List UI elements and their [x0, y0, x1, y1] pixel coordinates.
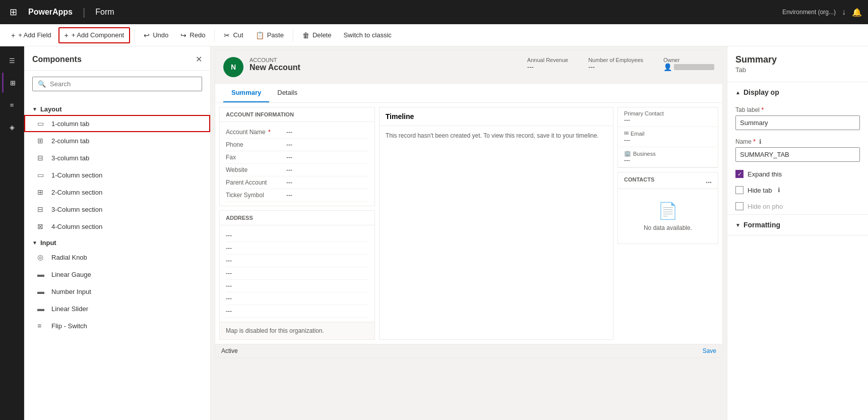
- address-field-1: ---: [226, 229, 368, 242]
- bell-icon[interactable]: 🔔: [852, 8, 862, 17]
- component-flip-switch[interactable]: ≡ Flip - Switch: [24, 317, 210, 334]
- component-number-input[interactable]: ▬ Number Input: [24, 283, 210, 300]
- tab-label-input[interactable]: [735, 115, 860, 130]
- form-header-fields: Annual Revenue --- Number of Employees -…: [527, 57, 714, 71]
- display-options-label: Display op: [743, 88, 779, 96]
- component-3col-section[interactable]: ⊟ 3-Column section: [24, 201, 210, 218]
- nav-components-icon[interactable]: ◈: [2, 117, 22, 137]
- undo-button[interactable]: ↩ Undo: [139, 28, 173, 42]
- undo-icon: ↩: [144, 31, 150, 39]
- address-field-6: ---: [226, 292, 368, 305]
- sidebar-title: Components: [32, 55, 82, 64]
- linear-gauge-icon: ▬: [37, 270, 46, 278]
- 1col-section-icon: ▭: [37, 171, 46, 179]
- search-input[interactable]: [50, 80, 197, 88]
- parent-account-field: Parent Account ---: [226, 176, 368, 189]
- number-input-icon: ▬: [37, 287, 46, 295]
- ticker-value: ---: [286, 192, 292, 199]
- component-3col-section-label: 3-Column section: [51, 206, 102, 213]
- component-linear-slider-label: Linear Slider: [51, 305, 88, 313]
- website-field: Website ---: [226, 164, 368, 176]
- formatting-header[interactable]: ▼ Formatting: [727, 215, 868, 235]
- 2col-tab-icon: ⊞: [37, 137, 46, 145]
- owner-value: 👤: [663, 63, 714, 71]
- layout-section-label: Layout: [40, 105, 62, 113]
- save-button[interactable]: Save: [703, 347, 716, 354]
- paste-button[interactable]: 📋 Paste: [251, 28, 289, 42]
- add-component-button[interactable]: + + Add Component: [58, 27, 131, 43]
- name-label: Name * ℹ: [735, 138, 860, 145]
- toolbar-sep-1: [134, 29, 135, 41]
- address-field-5: ---: [226, 280, 368, 292]
- email-icon: ✉: [624, 130, 629, 137]
- 1col-tab-icon: ▭: [37, 119, 46, 128]
- timeline-title: Timeline: [380, 107, 613, 126]
- delete-button[interactable]: 🗑 Delete: [297, 28, 337, 42]
- account-name-label: Account Name *: [226, 129, 286, 136]
- component-radial-knob[interactable]: ◎ Radial Knob: [24, 249, 210, 266]
- hide-phone-checkbox[interactable]: [735, 202, 743, 210]
- primary-contact-field: Primary Contact ---: [618, 107, 718, 127]
- address-section: ADDRESS --- --- ---: [219, 210, 375, 340]
- component-4col-section[interactable]: ⊠ 4-Column section: [24, 218, 210, 235]
- expand-row: Expand this: [727, 166, 868, 182]
- component-1col-tab[interactable]: ▭ 1-column tab: [24, 115, 210, 132]
- timeline-empty-text: This record hasn't been created yet. To …: [380, 126, 613, 145]
- left-column: ACCOUNT INFORMATION Account Name * --- P…: [219, 107, 375, 340]
- display-options-header[interactable]: ▲ Display op: [727, 82, 868, 102]
- cut-button[interactable]: ✂ Cut: [219, 28, 248, 42]
- expand-label: Expand this: [748, 170, 782, 178]
- component-3col-tab[interactable]: ⊟ 3-column tab: [24, 149, 210, 166]
- nav-apps-icon[interactable]: ⊞: [2, 73, 22, 93]
- sidebar-header: Components ✕: [24, 46, 210, 71]
- switch-classic-button[interactable]: Switch to classic: [338, 28, 396, 42]
- annual-revenue-label: Annual Revenue: [527, 57, 568, 63]
- timeline-section: Timeline This record hasn't been created…: [379, 107, 613, 340]
- toolbar-sep-3: [293, 29, 293, 41]
- topbar-right: Environment (org...) ↓ 🔔: [782, 8, 862, 17]
- layout-section-header[interactable]: ▼ Layout: [24, 101, 210, 115]
- nav-table-icon[interactable]: ≡: [2, 95, 22, 115]
- expand-checkbox[interactable]: [735, 170, 743, 178]
- component-number-input-label: Number Input: [51, 288, 91, 295]
- component-2col-tab[interactable]: ⊞ 2-column tab: [24, 132, 210, 149]
- sidebar-search-container[interactable]: 🔍: [32, 77, 202, 91]
- component-1col-section[interactable]: ▭ 1-Column section: [24, 166, 210, 184]
- nav-menu-icon[interactable]: ☰: [2, 50, 22, 71]
- parent-account-value: ---: [286, 179, 292, 186]
- contacts-more-button[interactable]: ...: [706, 176, 712, 185]
- contacts-empty-icon: 📄: [658, 201, 678, 220]
- address-field-2: ---: [226, 242, 368, 255]
- ticker-label: Ticker Symbol: [226, 192, 286, 199]
- display-options-section: ▲ Display op Tab label * Name * ℹ: [727, 82, 868, 215]
- component-linear-gauge[interactable]: ▬ Linear Gauge: [24, 266, 210, 283]
- right-panel: Summary Tab ▲ Display op Tab label * Nam…: [727, 46, 868, 420]
- input-chevron-icon: ▼: [32, 240, 37, 246]
- tab-summary[interactable]: Summary: [223, 84, 269, 102]
- email-field: ✉ Email ---: [618, 127, 718, 147]
- employees-value: ---: [588, 63, 643, 71]
- form-header-info: ACCOUNT New Account: [250, 57, 521, 72]
- contact-info-section: Primary Contact --- ✉ Email ---: [617, 107, 718, 168]
- form-tabs: Summary Details: [215, 84, 722, 103]
- input-section-header[interactable]: ▼ Input: [24, 235, 210, 249]
- redo-button[interactable]: ↪ Redo: [175, 28, 210, 42]
- primary-contact-label: Primary Contact: [624, 110, 712, 116]
- employees-label: Number of Employees: [588, 57, 643, 63]
- grid-icon[interactable]: ⊞: [6, 5, 20, 19]
- account-info-section: ACCOUNT INFORMATION Account Name * --- P…: [219, 107, 375, 206]
- component-linear-slider[interactable]: ▬ Linear Slider: [24, 300, 210, 317]
- contacts-empty-text: No data available.: [644, 224, 692, 231]
- tab-details[interactable]: Details: [269, 84, 305, 102]
- app-name: PowerApps: [28, 8, 73, 17]
- component-2col-section[interactable]: ⊞ 2-Column section: [24, 184, 210, 201]
- sidebar-close-button[interactable]: ✕: [196, 54, 202, 64]
- panel-header: Summary Tab: [727, 46, 868, 82]
- business-field: 🏢 Business ---: [618, 147, 718, 167]
- download-icon[interactable]: ↓: [842, 8, 846, 17]
- name-input[interactable]: [735, 147, 860, 162]
- add-component-icon: +: [65, 31, 69, 39]
- business-label: 🏢 Business: [624, 150, 712, 157]
- hide-tab-checkbox[interactable]: [735, 186, 743, 194]
- add-field-button[interactable]: + + Add Field: [6, 28, 56, 42]
